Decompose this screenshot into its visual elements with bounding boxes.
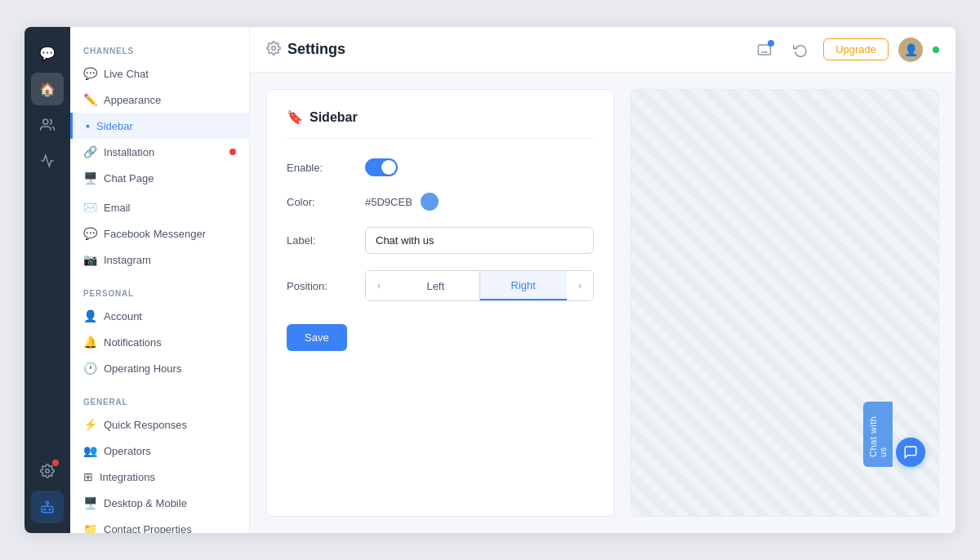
chat-bubble-button[interactable] [896, 438, 925, 467]
position-right-arrow[interactable]: › [567, 271, 593, 300]
integrations-icon: ⊞ [83, 470, 93, 483]
position-label: Position: [287, 280, 352, 292]
svg-point-6 [272, 46, 276, 50]
nav-quick-responses-label: Quick Responses [104, 419, 187, 431]
nav-account[interactable]: 👤 Account [70, 303, 249, 329]
nav-desktop-mobile[interactable]: 🖥️ Desktop & Mobile [70, 490, 249, 516]
nav-live-chat-label: Live Chat [104, 68, 149, 80]
position-control: ‹ Left Right › [365, 270, 594, 301]
position-left-option[interactable]: Left [392, 271, 479, 300]
save-button[interactable]: Save [287, 324, 347, 351]
nav-chat-page[interactable]: 🖥️ Chat Page [70, 165, 249, 191]
label-row: Label: [287, 227, 594, 254]
chat-sidebar-tab[interactable]: Chat with us [863, 402, 893, 467]
nav-operators[interactable]: 👥 Operators [70, 438, 249, 464]
nav-installation[interactable]: 🔗 Installation [70, 139, 249, 165]
contact-properties-icon: 📁 [83, 522, 97, 533]
nav-installation-label: Installation [104, 146, 154, 158]
nav-instagram[interactable]: 📷 Instagram [70, 247, 249, 273]
sidebar-nav-icon: ▪ [86, 119, 90, 132]
nav-notifications[interactable]: 🔔 Notifications [70, 329, 249, 355]
settings-title: Settings [287, 41, 345, 58]
personal-section-label: PERSONAL [70, 282, 249, 303]
keyboard-badge [768, 40, 774, 47]
channels-section-label: CHANNELS [70, 40, 249, 60]
keyboard-shortcut-icon[interactable] [751, 37, 777, 63]
nav-operating-hours[interactable]: 🕐 Operating Hours [70, 355, 249, 381]
nav-integrations-label: Integrations [100, 471, 155, 483]
nav-sidebar[interactable]: ▪ Sidebar [70, 113, 249, 139]
nav-facebook[interactable]: 💬 Facebook Messenger [70, 220, 249, 247]
nav-quick-responses[interactable]: ⚡ Quick Responses [70, 411, 249, 438]
nav-email[interactable]: ✉️ Email [70, 194, 249, 220]
svg-point-3 [47, 501, 49, 504]
facebook-icon: 💬 [83, 227, 97, 240]
color-row: Color: #5D9CEB [287, 193, 594, 211]
bookmark-icon: 🔖 [287, 109, 303, 125]
sidebar-settings-card: 🔖 Sidebar Enable: Color: [266, 89, 614, 517]
desktop-mobile-icon: 🖥️ [83, 496, 97, 509]
settings-panel: 🔖 Sidebar Enable: Color: [250, 73, 956, 533]
svg-rect-2 [42, 506, 53, 513]
notifications-icon: 🔔 [83, 336, 97, 349]
appearance-icon: ✏️ [83, 93, 97, 106]
nav-sidebar-label: Sidebar [96, 120, 133, 132]
enable-toggle[interactable] [365, 158, 398, 176]
label-label: Label: [287, 234, 352, 247]
nav-integrations[interactable]: ⊞ Integrations [70, 464, 249, 490]
nav-facebook-label: Facebook Messenger [104, 228, 206, 240]
card-title-text: Sidebar [310, 110, 358, 125]
nav-email-label: Email [104, 202, 131, 214]
instagram-icon: 📷 [83, 253, 97, 266]
page-title: Settings [266, 41, 345, 59]
color-control: #5D9CEB [365, 193, 594, 211]
sidebar-bot-icon[interactable] [31, 491, 64, 523]
content-area: 🔖 Sidebar Enable: Color: [250, 73, 956, 533]
sidebar-settings-icon[interactable] [31, 455, 64, 487]
enable-toggle-container [365, 158, 594, 176]
sidebar-contacts-icon[interactable] [31, 109, 64, 141]
enable-label: Enable: [287, 162, 352, 174]
label-input[interactable] [365, 227, 594, 254]
installation-dot [229, 149, 236, 155]
refresh-icon[interactable] [787, 37, 813, 63]
top-bar: Settings Upgrade 👤 [250, 27, 956, 73]
svg-point-5 [49, 509, 51, 510]
email-icon: ✉️ [83, 201, 97, 214]
nav-appearance-label: Appearance [104, 94, 161, 106]
chat-page-icon: 🖥️ [83, 171, 97, 184]
avatar[interactable]: 👤 [898, 38, 923, 62]
nav-appearance[interactable]: ✏️ Appearance [70, 87, 249, 113]
sidebar-chat-icon[interactable]: 💬 [31, 37, 64, 69]
nav-desktop-mobile-label: Desktop & Mobile [104, 497, 187, 509]
color-label: Color: [287, 196, 352, 208]
online-status-dot [933, 47, 939, 53]
nav-account-label: Account [104, 310, 142, 322]
operating-hours-icon: 🕐 [83, 362, 97, 375]
nav-live-chat[interactable]: 💬 Live Chat [70, 60, 249, 87]
preview-area: Chat with us [630, 89, 939, 517]
nav-contact-properties[interactable]: 📁 Contact Properties [70, 516, 249, 533]
nav-instagram-label: Instagram [104, 254, 151, 266]
position-selector: ‹ Left Right › [365, 270, 594, 301]
svg-point-1 [46, 469, 50, 473]
main-content: Settings Upgrade 👤 [250, 27, 956, 533]
account-icon: 👤 [83, 309, 97, 322]
position-left-arrow[interactable]: ‹ [366, 271, 392, 300]
nav-notifications-label: Notifications [104, 336, 162, 349]
operators-icon: 👥 [83, 444, 97, 457]
upgrade-button[interactable]: Upgrade [823, 38, 889, 60]
svg-point-0 [43, 119, 48, 124]
color-picker-button[interactable] [421, 193, 439, 211]
sidebar-reports-icon[interactable] [31, 144, 64, 177]
position-right-option[interactable]: Right [480, 271, 568, 300]
sidebar-home-icon[interactable]: 🏠 [31, 73, 64, 105]
nav-sidebar: CHANNELS 💬 Live Chat ✏️ Appearance ▪ Sid… [70, 27, 250, 533]
settings-notification-dot [52, 460, 59, 466]
enable-row: Enable: [287, 158, 594, 176]
nav-operating-hours-label: Operating Hours [104, 362, 181, 375]
label-control [365, 227, 594, 254]
app-container: 💬 🏠 [24, 27, 956, 533]
color-hex-value: #5D9CEB [365, 196, 412, 208]
icon-sidebar: 💬 🏠 [24, 27, 70, 533]
